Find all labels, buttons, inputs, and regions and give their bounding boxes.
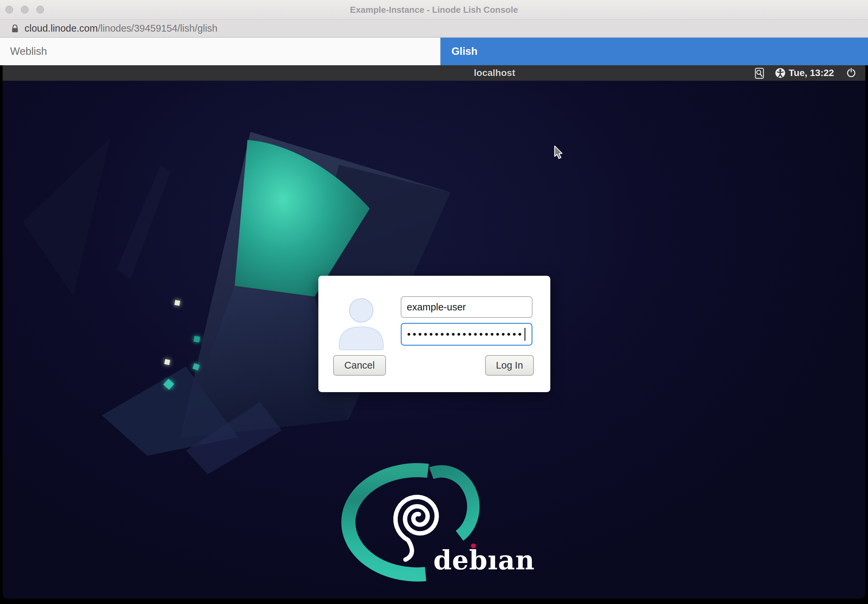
lock-icon	[11, 24, 19, 33]
lish-tab-bar: Weblish Glish	[0, 38, 868, 65]
text-caret	[524, 328, 525, 341]
url-path: /linodes/39459154/lish/glish	[98, 23, 217, 34]
clock-label[interactable]: Tue, 13:22	[789, 65, 834, 81]
login-dialog: example-user ••••••••••••••••••••• Cance…	[318, 276, 550, 392]
user-avatar-icon	[330, 296, 392, 351]
username-input[interactable]: example-user	[401, 296, 533, 318]
tab-weblish[interactable]: Weblish	[0, 38, 440, 65]
console-area: localhost Tue, 13:22	[0, 65, 868, 604]
tab-glish[interactable]: Glish	[440, 38, 868, 65]
log-in-button[interactable]: Log In	[485, 355, 534, 376]
bg-facet	[117, 165, 171, 279]
gnome-top-bar: localhost Tue, 13:22	[3, 65, 865, 81]
screen-magnifier-icon[interactable]	[755, 68, 764, 79]
power-icon[interactable]	[846, 68, 856, 78]
debian-wordmark: debıan	[433, 546, 535, 574]
debian-arc-right-icon	[431, 472, 473, 536]
debian-red-dot-icon	[471, 543, 476, 548]
window-titlebar: Example-Instance - Linode Lish Console	[0, 0, 868, 20]
hostname-label: localhost	[474, 65, 515, 81]
url-host: cloud.linode.com	[25, 23, 98, 34]
address-bar[interactable]: cloud.linode.com/linodes/39459154/lish/g…	[0, 20, 868, 38]
mouse-cursor-icon	[554, 145, 564, 160]
accessibility-icon[interactable]	[775, 68, 786, 78]
cancel-button[interactable]: Cancel	[333, 355, 386, 376]
debian-swirl-icon	[396, 497, 437, 560]
password-input[interactable]: •••••••••••••••••••••	[401, 323, 533, 346]
remote-screen: localhost Tue, 13:22	[3, 65, 865, 599]
window-title: Example-Instance - Linode Lish Console	[0, 0, 868, 20]
desktop-wallpaper: debıan example-user ••••••••••••••••••••…	[3, 81, 865, 599]
bg-facet	[23, 138, 110, 296]
